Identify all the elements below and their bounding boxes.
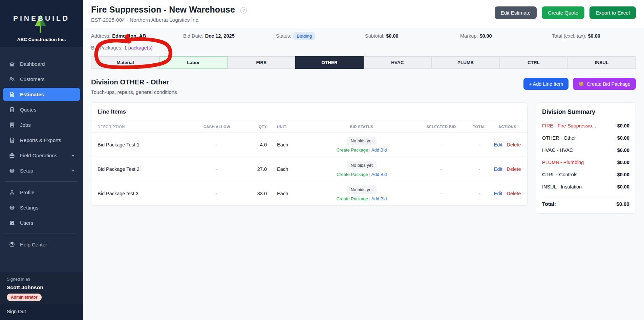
sidebar-item-profile[interactable]: Profile (0, 186, 80, 199)
chevron-down-icon (70, 153, 76, 158)
tab-hvac[interactable]: HVAC (363, 56, 432, 69)
row-bid-status: No bids yet Create Package | Add Bid (306, 185, 417, 201)
table-row: Bid Package test 3 - 33.0 Each No bids y… (91, 181, 527, 205)
tab-plumb[interactable]: PLUMB (431, 56, 500, 69)
tab-fire[interactable]: FIRE (227, 56, 296, 69)
users-icon (9, 220, 15, 226)
sidebar-item-settings[interactable]: Settings (0, 201, 80, 214)
sidebar-item-label: Reports & Exports (20, 137, 61, 143)
sidebar-item-estimates[interactable]: Estimates (3, 88, 80, 101)
edit-link[interactable]: Edit (494, 142, 502, 147)
row-cash-allow: - (196, 191, 238, 196)
sidebar-item-label: Profile (20, 189, 35, 195)
tab-ctrl[interactable]: CTRL (499, 56, 568, 69)
add-bid-link[interactable]: Add Bid (371, 172, 387, 177)
sidebar-item-label: Field Operations (20, 153, 57, 158)
status-field: Status:Bidding (276, 33, 315, 39)
sidebar-item-label: Help Center (20, 242, 47, 247)
row-qty: 33.0 (238, 191, 267, 196)
line-items-card: Line Items DESCRIPTION CASH ALLOW QTY UN… (91, 102, 528, 206)
sidebar-item-label: Quotes (20, 107, 36, 113)
row-cash-allow: - (196, 166, 238, 172)
page-title: Fire Suppression - New Warehouse (91, 5, 235, 15)
sidebar-item-setup[interactable]: Setup (0, 164, 80, 177)
sidebar-divider (5, 234, 78, 234)
bid-packages-link[interactable]: 1 package(s) (124, 45, 153, 51)
sidebar-item-users[interactable]: Users (0, 216, 80, 229)
summary-row: INSUL - Insulation$0.00 (542, 181, 629, 193)
sidebar: PINEBUILD ABC Construction Inc. Dashboar… (0, 0, 83, 320)
status-badge: Bidding (293, 32, 315, 40)
row-qty: 27.0 (238, 166, 267, 172)
add-line-item-button[interactable]: + Add Line Item (523, 78, 568, 90)
row-unit: Each (267, 191, 306, 196)
sidebar-item-dashboard[interactable]: Dashboard (0, 57, 80, 71)
brand-block: PINEBUILD ABC Construction Inc. (0, 0, 83, 47)
row-total: - (465, 191, 494, 196)
logo-text: PINEBUILD (3, 14, 80, 22)
sidebar-item-label: Customers (20, 76, 45, 82)
address-field: Address:Edmonton, AB (91, 33, 146, 39)
delete-link[interactable]: Delete (507, 191, 521, 196)
help-tooltip-icon[interactable]: ? (240, 7, 247, 14)
delete-link[interactable]: Delete (507, 142, 521, 147)
sidebar-item-help-center[interactable]: Help Center (0, 238, 80, 251)
summary-total-value: $0.00 (616, 201, 629, 207)
edit-link[interactable]: Edit (494, 166, 502, 172)
table-row: Bid Package Test 2 - 27.0 Each No bids y… (91, 157, 527, 181)
delete-link[interactable]: Delete (507, 166, 521, 172)
building-icon (9, 122, 15, 128)
sidebar-item-quotes[interactable]: Quotes (0, 103, 80, 116)
estimate-info-bar: Address:Edmonton, AB Bid Date:Dec 12, 20… (83, 28, 644, 56)
sidebar-item-label: Users (20, 220, 33, 226)
create-package-link[interactable]: Create Package (337, 196, 368, 201)
division-tabs: Material Labor FIRE OTHER HVAC PLUMB CTR… (91, 56, 636, 69)
summary-row: FIRE - Fire Suppressio...$0.00 (542, 120, 629, 132)
row-description: Bid Package test 3 (98, 191, 196, 196)
division-title: Division OTHER - Other (91, 78, 177, 86)
add-bid-link[interactable]: Add Bid (371, 196, 387, 201)
export-to-excel-button[interactable]: Export to Excel (589, 6, 636, 19)
no-bids-badge: No bids yet (347, 137, 376, 145)
edit-estimate-button[interactable]: Edit Estimate (495, 6, 537, 19)
tab-material[interactable]: Material (91, 56, 159, 69)
bid-packages-field: Bid Packages:1 package(s) (91, 45, 153, 51)
sidebar-item-jobs[interactable]: Jobs (0, 118, 80, 132)
gear-icon (9, 167, 15, 174)
help-icon (9, 241, 15, 248)
division-header: Division OTHER - Other Touch-ups, repair… (91, 78, 636, 95)
total-field: Total (excl. tax):$0.00 (552, 33, 600, 39)
create-package-link[interactable]: Create Package (337, 172, 368, 177)
sidebar-item-customers[interactable]: Customers (0, 73, 80, 86)
line-items-title: Line Items (91, 103, 527, 121)
page-header: Fire Suppression - New Warehouse ? EST-2… (83, 0, 644, 28)
sidebar-item-field-operations[interactable]: Field Operations (0, 149, 80, 162)
tab-other[interactable]: OTHER (295, 56, 364, 69)
tab-insul[interactable]: INSUL (567, 56, 636, 69)
create-quote-button[interactable]: Create Quote (542, 6, 584, 19)
add-bid-link[interactable]: Add Bid (371, 147, 387, 153)
create-bid-package-button[interactable]: Create Bid Package (573, 78, 636, 90)
no-bids-badge: No bids yet (347, 185, 376, 194)
sidebar-item-reports[interactable]: Reports & Exports (0, 134, 80, 147)
row-description: Bid Package Test 1 (98, 142, 196, 147)
sidebar-item-label: Estimates (20, 92, 44, 97)
sidebar-footer: Signed in as Scott Johnson Administrator… (0, 272, 83, 320)
summary-total-label: Total: (542, 201, 556, 207)
chevron-down-icon (70, 168, 76, 173)
main-content: Fire Suppression - New Warehouse ? EST-2… (83, 0, 644, 320)
markup-field: Markup:$0.00 (460, 33, 492, 39)
gear-icon (9, 204, 15, 211)
sidebar-item-label: Settings (20, 205, 38, 211)
edit-link[interactable]: Edit (494, 191, 502, 196)
bid-date-field: Bid Date:Dec 12, 2025 (183, 33, 235, 39)
tab-labor[interactable]: Labor (159, 56, 228, 69)
role-badge: Administrator (7, 294, 42, 301)
signed-in-as-label: Signed in as (7, 277, 76, 282)
create-package-link[interactable]: Create Package (337, 147, 368, 153)
sign-out-link[interactable]: Sign Out (7, 309, 26, 314)
company-name: ABC Construction Inc. (3, 37, 80, 42)
user-name: Scott Johnson (7, 284, 76, 291)
package-icon (578, 81, 584, 87)
row-unit: Each (267, 142, 306, 147)
